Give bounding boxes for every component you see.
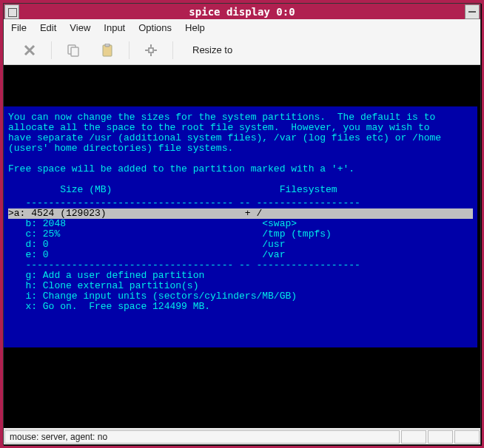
- paste-icon[interactable]: [92, 36, 123, 64]
- fullscreen-icon[interactable]: [135, 36, 167, 64]
- close-icon[interactable]: [14, 36, 45, 64]
- text-line: You can now change the sizes for the sys…: [8, 112, 473, 123]
- status-cell: [401, 430, 426, 444]
- status-text: mouse: server, agent: no: [4, 430, 400, 444]
- text-line: allocate all the space to the root file …: [8, 123, 473, 133]
- titlebar[interactable]: spice display 0:0: [4, 4, 480, 19]
- separator: [172, 41, 173, 59]
- app-window: spice display 0:0 File Edit View Input O…: [3, 3, 481, 445]
- svg-point-8: [155, 50, 157, 51]
- menu-options[interactable]: Options: [138, 22, 172, 33]
- minimize-icon[interactable]: [465, 4, 480, 19]
- guest-display[interactable]: You can now change the sizes for the sys…: [4, 65, 480, 428]
- statusbar: mouse: server, agent: no: [4, 429, 480, 444]
- svg-point-7: [145, 50, 147, 51]
- divider: ------------------------------------ -- …: [8, 198, 473, 208]
- menu-option[interactable]: x: Go on. Free space 124499 MB.: [8, 302, 473, 312]
- menu-view[interactable]: View: [70, 22, 90, 33]
- console-screen: You can now change the sizes for the sys…: [4, 106, 477, 347]
- menu-edit[interactable]: Edit: [40, 22, 56, 33]
- partition-row-selected[interactable]: >a: 4524 (129023) + /: [8, 208, 473, 219]
- menu-option[interactable]: g: Add a user defined partition: [8, 271, 473, 281]
- partition-row[interactable]: e: 0 /var: [8, 250, 473, 260]
- separator: [129, 41, 130, 59]
- svg-rect-1: [71, 47, 78, 56]
- menubar: File Edit View Input Options Help: [4, 19, 480, 35]
- copy-icon[interactable]: [58, 36, 89, 64]
- svg-point-5: [150, 44, 152, 46]
- partition-row[interactable]: b: 2048 <swap>: [8, 219, 473, 229]
- status-cell: [428, 430, 453, 444]
- resize-label[interactable]: Resize to: [192, 44, 232, 55]
- partition-row[interactable]: c: 25% /tmp (tmpfs): [8, 229, 473, 240]
- window-title: spice display 0:0: [20, 6, 464, 18]
- blank-line: [8, 174, 473, 185]
- svg-rect-4: [149, 48, 153, 52]
- text-line: (users' home directories) file systems.: [8, 143, 473, 154]
- text-line: Free space will be added to the partitio…: [8, 164, 473, 174]
- blank-line: [8, 154, 473, 164]
- partition-row[interactable]: d: 0 /usr: [8, 240, 473, 250]
- svg-rect-3: [105, 44, 110, 47]
- table-header: Size (MB) Filesystem: [8, 185, 473, 195]
- svg-point-6: [150, 55, 152, 56]
- toolbar: Resize to: [4, 35, 480, 65]
- menu-option[interactable]: h: Clone external partition(s): [8, 281, 473, 291]
- status-cell: [454, 430, 480, 444]
- text-line: have separate /usr (additional system fi…: [8, 133, 473, 143]
- menu-help[interactable]: Help: [185, 22, 205, 33]
- divider: ------------------------------------ -- …: [8, 260, 473, 271]
- menu-input[interactable]: Input: [104, 22, 125, 33]
- window-menu-icon[interactable]: [4, 4, 19, 19]
- menu-option[interactable]: i: Change input units (sectors/cylinders…: [8, 291, 473, 302]
- menu-file[interactable]: File: [11, 22, 27, 33]
- separator: [51, 41, 52, 59]
